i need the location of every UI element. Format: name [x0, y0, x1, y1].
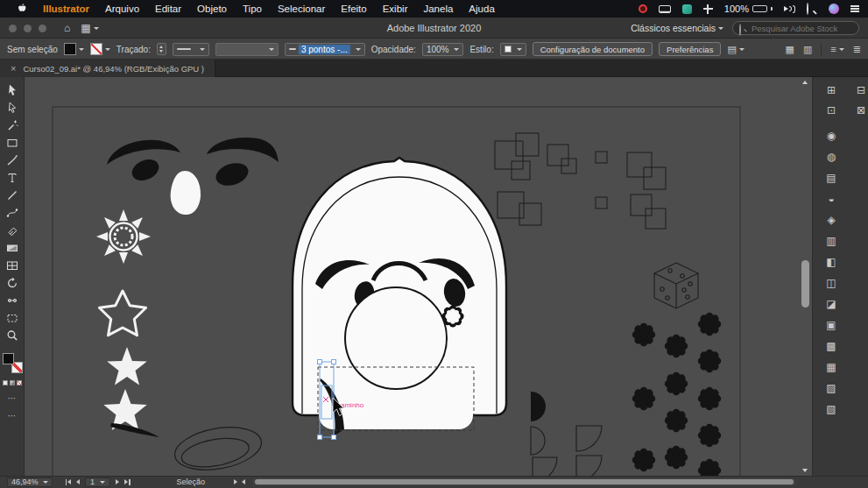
fill-color-control[interactable] [64, 43, 84, 55]
tile-documents-icon[interactable]: ▥ [803, 44, 812, 55]
drawing-modes-icon[interactable]: ⋯ [8, 394, 18, 403]
screen-record-icon[interactable] [639, 4, 647, 13]
panel-menu-icon[interactable]: ≡ [830, 44, 843, 54]
panel-artboards-icon[interactable]: ▦ [822, 359, 840, 374]
arrange-documents-icon[interactable]: ▦ [786, 44, 794, 55]
panel-history-icon[interactable]: ⊠ [852, 103, 868, 117]
rectangle-tool[interactable] [3, 135, 22, 150]
fill-swatch[interactable] [64, 43, 76, 55]
panel-gradient-icon[interactable]: ◧ [822, 254, 840, 269]
artboard-number-select[interactable]: 1 [85, 477, 110, 487]
document-setup-button[interactable]: Configuração de documento [533, 42, 653, 56]
brush-definition-select[interactable]: 3 pontos -... [285, 43, 365, 56]
fill-stroke-indicator[interactable] [2, 352, 23, 373]
scroll-up-arrow[interactable] [802, 81, 808, 84]
previous-artboard-button[interactable] [76, 479, 80, 484]
preferences-button[interactable]: Preferências [659, 42, 721, 56]
panel-swatches-icon[interactable]: ▤ [822, 170, 840, 185]
opacity-select[interactable]: 100% [422, 43, 464, 56]
home-icon[interactable]: ⌂ [64, 22, 70, 34]
paintbrush-tool[interactable] [3, 152, 22, 167]
free-transform-tool[interactable] [3, 310, 22, 325]
shape-dice[interactable] [654, 263, 698, 308]
window-minimize-button[interactable] [24, 25, 32, 32]
options-icon[interactable]: ▤ [727, 44, 744, 55]
window-close-button[interactable] [9, 25, 17, 32]
arrange-documents-icon[interactable]: ▦ [81, 22, 98, 34]
stroke-swatch[interactable] [90, 43, 102, 55]
stroke-weight-stepper[interactable] [157, 43, 166, 55]
direct-selection-tool[interactable] [3, 100, 22, 115]
menu-item-efeito[interactable]: Efeito [333, 4, 374, 14]
menu-item-ajuda[interactable]: Ajuda [461, 4, 502, 14]
rotate-tool[interactable] [3, 275, 22, 290]
scroll-down-arrow[interactable] [802, 469, 808, 472]
volume-icon[interactable] [784, 5, 796, 13]
hscroll-left-arrow[interactable] [242, 479, 245, 484]
shape-star-outline[interactable] [99, 291, 145, 336]
width-profile-select[interactable] [215, 43, 279, 56]
panel-symbols-icon[interactable]: ◈ [822, 212, 840, 227]
shape-character-face[interactable] [293, 158, 506, 435]
keyboard-icon[interactable] [659, 5, 671, 13]
menu-item-illustrator[interactable]: Illustrator [35, 4, 97, 14]
panel-appearance-icon[interactable]: ◪ [822, 296, 840, 311]
move-arrows-icon[interactable] [703, 4, 713, 14]
menu-item-selecionar[interactable]: Selecionar [270, 4, 333, 14]
panel-libraries-icon[interactable]: ⊟ [852, 82, 868, 97]
color-chip[interactable] [3, 380, 8, 385]
last-artboard-button[interactable] [124, 479, 131, 485]
shape-half-circles[interactable] [531, 392, 602, 476]
document-canvas-area[interactable]: caminho [25, 77, 812, 476]
horizontal-scroll-thumb[interactable] [255, 479, 794, 484]
line-segment-tool[interactable] [3, 187, 22, 202]
hamburger-menu-icon[interactable]: ≣ [853, 44, 861, 55]
first-artboard-button[interactable] [66, 479, 72, 485]
vertical-scrollbar[interactable] [801, 81, 810, 472]
eraser-tool[interactable] [3, 223, 22, 237]
panel-color-icon[interactable]: ◉ [822, 128, 840, 143]
stroke-color-control[interactable] [90, 43, 110, 55]
panel-color-guide-icon[interactable]: ◍ [822, 149, 840, 164]
menu-item-tipo[interactable]: Tipo [235, 4, 270, 14]
panel-layers-icon[interactable]: ▩ [822, 338, 840, 353]
fill-swatch-black[interactable] [3, 353, 14, 364]
panel-stroke-icon[interactable]: ▥ [822, 233, 840, 248]
zoom-level-select[interactable]: 46,94% [7, 477, 53, 487]
shape-ellipse-rings[interactable] [172, 421, 265, 476]
document-tab[interactable]: × Curso02_09.ai* @ 46,94% (RGB/Exibição … [0, 60, 215, 77]
status-app-icon[interactable] [682, 4, 692, 14]
menu-item-editar[interactable]: Editar [147, 4, 189, 14]
menu-item-janela[interactable]: Janela [415, 4, 461, 14]
selection-tool[interactable] [3, 82, 22, 97]
horizontal-scrollbar[interactable] [253, 478, 795, 485]
zoom-tool[interactable] [3, 328, 22, 343]
window-zoom-button[interactable] [39, 25, 46, 32]
type-tool[interactable] [3, 170, 22, 185]
shape-nose-white[interactable] [171, 171, 201, 215]
shape-compass-star[interactable] [96, 209, 151, 264]
siri-icon[interactable] [829, 4, 839, 14]
menu-item-objeto[interactable]: Objeto [189, 4, 235, 14]
vertical-scroll-thumb[interactable] [801, 260, 809, 308]
next-artboard-button[interactable] [116, 479, 119, 484]
edit-toolbar-icon[interactable]: ⋯ [8, 412, 18, 421]
shape-star-filled-1[interactable] [107, 347, 147, 385]
gradient-chip[interactable] [10, 380, 15, 385]
shape-star-filled-2[interactable] [103, 389, 146, 430]
status-expand-arrow[interactable] [234, 479, 237, 484]
panel-graphic-styles-icon[interactable]: ▣ [822, 317, 840, 332]
apple-icon[interactable] [9, 3, 35, 16]
spotlight-search-icon[interactable] [807, 4, 817, 14]
menu-item-exibir[interactable]: Exibir [375, 4, 416, 14]
battery-indicator[interactable]: 100% [724, 4, 773, 14]
menu-item-arquivo[interactable]: Arquivo [97, 4, 147, 14]
width-tool[interactable] [3, 293, 22, 308]
document-canvas[interactable]: caminho [25, 77, 812, 476]
tab-close-icon[interactable]: × [11, 64, 16, 74]
panel-properties-icon[interactable]: ⊞ [822, 82, 840, 97]
gradient-tool[interactable] [3, 240, 22, 255]
panel-transparency-icon[interactable]: ◫ [822, 275, 840, 290]
curvature-tool[interactable] [3, 205, 22, 220]
shape-gear-grid[interactable] [632, 313, 721, 476]
